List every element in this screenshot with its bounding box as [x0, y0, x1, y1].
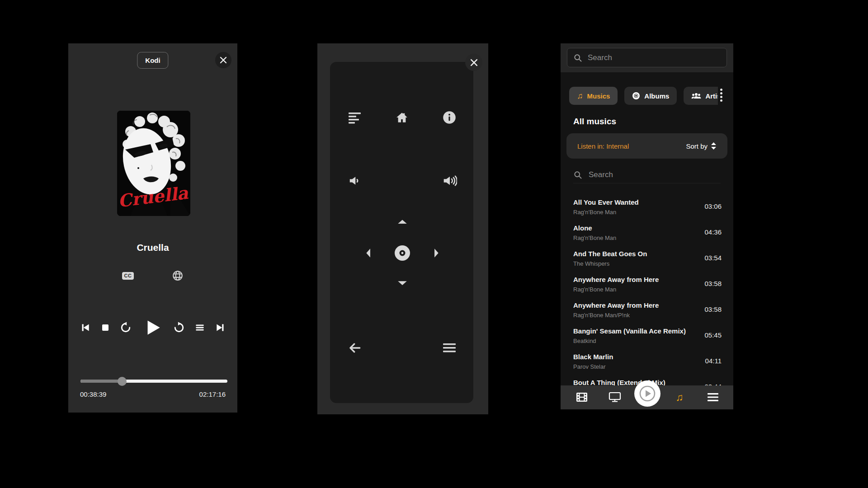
song-duration: 02:44	[704, 378, 722, 385]
song-duration: 04:11	[705, 352, 722, 366]
song-artist: Rag'n'Bone Man	[573, 234, 616, 242]
volume-down-icon	[348, 174, 362, 188]
menu-lines-icon	[349, 111, 362, 124]
arrow-down-icon	[396, 277, 408, 288]
skip-next-button[interactable]	[215, 322, 226, 333]
home-button[interactable]	[391, 107, 413, 128]
home-icon	[395, 111, 409, 124]
rewind-icon	[119, 321, 132, 334]
info-icon	[443, 111, 456, 124]
song-row[interactable]: And The Beat Goes On The Whispers 03:54	[561, 246, 733, 272]
desktop-background: Kodi	[0, 0, 868, 488]
transport-controls	[68, 314, 237, 341]
global-search-input[interactable]	[588, 53, 721, 62]
seek-slider[interactable]	[80, 380, 227, 383]
context-menu-button[interactable]	[439, 337, 460, 359]
film-icon	[576, 392, 588, 402]
song-duration: 03:06	[704, 198, 722, 211]
sort-arrows-icon	[711, 142, 717, 150]
tabs-overflow-dots-icon[interactable]	[720, 89, 722, 102]
song-row[interactable]: All You Ever Wanted Rag'n'Bone Man 03:06	[561, 194, 733, 220]
stop-button[interactable]	[100, 322, 111, 333]
seek-fill	[80, 380, 122, 383]
queue-icon	[194, 322, 206, 333]
hamburger-icon	[443, 342, 456, 354]
song-duration: 05:45	[704, 327, 722, 340]
library-tabs: ♫ Musics Albums Artists	[569, 87, 718, 105]
tab-musics[interactable]: ♫ Musics	[569, 87, 618, 105]
global-search-box[interactable]	[567, 48, 727, 67]
song-list: All You Ever Wanted Rag'n'Bone Man 03:06…	[561, 189, 733, 385]
song-artist: Rag'n'Bone Man	[573, 285, 659, 294]
song-artist: Rag'n'Bone Man	[573, 208, 639, 216]
song-artist: The Whispers	[573, 259, 647, 268]
back-button[interactable]	[344, 337, 366, 359]
info-button[interactable]	[439, 107, 460, 128]
stop-icon	[100, 322, 111, 333]
volume-down-button[interactable]	[344, 170, 366, 192]
media-title: Cruella	[68, 242, 237, 253]
music-note-icon: ♫	[675, 392, 683, 403]
fast-forward-button[interactable]	[173, 321, 185, 334]
song-row[interactable]: Alone Rag'n'Bone Man 04:36	[561, 220, 733, 246]
subtitles-button[interactable]: CC	[122, 272, 134, 280]
seek-thumb[interactable]	[118, 377, 127, 386]
tab-albums[interactable]: Albums	[624, 87, 677, 105]
rewind-button[interactable]	[119, 321, 132, 334]
song-title: Black Marlin	[573, 352, 613, 361]
close-icon	[219, 56, 227, 64]
nav-tvshows-button[interactable]	[605, 387, 625, 407]
audio-language-button[interactable]	[172, 270, 184, 282]
cc-icon: CC	[122, 272, 134, 280]
song-row[interactable]: Bangin' Sesam (Vanilla Ace Remix) Beatki…	[561, 323, 733, 349]
filter-bar: Listen in: Internal Sort by	[566, 133, 727, 159]
now-playing-fab[interactable]	[634, 380, 660, 407]
playlist-button[interactable]	[194, 322, 206, 333]
volume-up-button[interactable]	[439, 170, 461, 192]
globe-icon	[172, 270, 184, 282]
remote-panel	[317, 43, 488, 414]
sort-by-selector[interactable]: Sort by	[686, 142, 717, 150]
song-row[interactable]: Anywhere Away from Here Rag'n'Bone Man/P…	[561, 297, 733, 323]
hamburger-icon	[707, 393, 719, 402]
song-row[interactable]: Black Marlin Parov Stelar 04:11	[561, 349, 733, 375]
nav-music-button[interactable]: ♫	[670, 387, 689, 407]
dpad-right-button[interactable]	[426, 242, 448, 264]
total-time: 02:17:16	[199, 390, 226, 398]
nav-movies-button[interactable]	[572, 387, 592, 407]
song-duration: 03:58	[704, 301, 722, 314]
movie-poster: Cruella	[117, 111, 190, 216]
song-artist: Beatkind	[573, 337, 686, 345]
song-artist: Parov Stelar	[573, 362, 613, 371]
library-topbar	[561, 43, 733, 72]
song-duration: 03:54	[704, 249, 722, 263]
song-title: Alone	[573, 224, 616, 233]
nav-more-button[interactable]	[703, 387, 723, 407]
tab-artists[interactable]: Artists	[684, 87, 718, 105]
search-icon	[573, 53, 582, 62]
menu-button[interactable]	[344, 107, 366, 128]
app-chip[interactable]: Kodi	[137, 52, 168, 69]
dpad-select-button[interactable]	[392, 242, 413, 264]
back-arrow-icon	[348, 341, 362, 355]
dpad-up-button[interactable]	[392, 213, 413, 235]
list-search-box[interactable]	[573, 166, 721, 183]
skip-previous-button[interactable]	[79, 322, 91, 333]
song-title: And The Beat Goes On	[573, 249, 647, 258]
now-playing-panel: Kodi	[68, 43, 237, 413]
song-row[interactable]: Anywhere Away from Here Rag'n'Bone Man 0…	[561, 272, 733, 297]
close-icon	[470, 58, 478, 67]
fast-forward-icon	[173, 321, 185, 334]
music-library-panel: ♫ Musics Albums Artists	[561, 43, 733, 409]
song-duration: 03:58	[704, 275, 722, 288]
dpad-left-button[interactable]	[357, 242, 378, 264]
arrow-up-icon	[396, 218, 408, 230]
dpad-down-button[interactable]	[392, 272, 413, 293]
remote-close-button[interactable]	[465, 54, 482, 71]
list-search-input[interactable]	[589, 170, 721, 179]
listen-in-selector[interactable]: Listen in: Internal	[577, 142, 629, 150]
play-button[interactable]	[141, 316, 164, 339]
arrow-left-icon	[362, 247, 373, 259]
album-disc-icon	[632, 92, 640, 100]
close-button[interactable]	[215, 52, 231, 68]
